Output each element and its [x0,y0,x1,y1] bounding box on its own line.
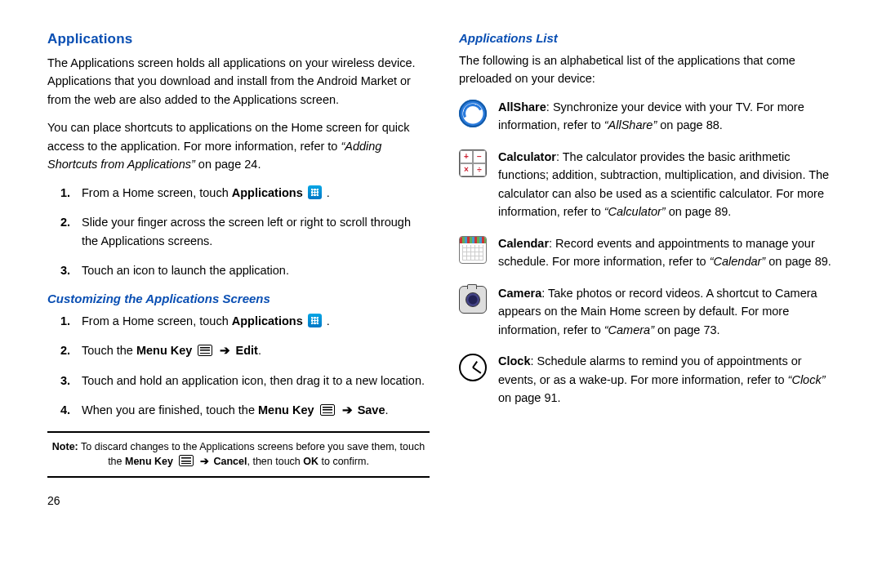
app-text: AllShare: Synchronize your device with y… [498,98,841,135]
note-text-h: to confirm. [318,456,369,467]
cust-step-1-a: From a Home screen, touch [82,314,232,327]
app-text-b: on page 91. [498,391,561,404]
note-cancel: Cancel [213,456,247,467]
subheading-customizing: Customizing the Applications Screens [47,292,430,305]
arrow-icon: ➔ [200,456,209,467]
menu-key-icon [320,404,335,416]
step-3: Touch an icon to launch the application. [82,261,430,279]
app-name: AllShare [498,100,546,114]
app-text-a: : Schedule alarms to remind you of appoi… [498,354,802,385]
cust-step-4-save: Save [358,403,385,416]
app-ref: “Camera” [604,323,654,336]
app-ref: “Clock” [788,373,826,386]
app-row-camera: Camera: Take photos or record videos. A … [459,284,841,339]
steps-list-2: From a Home screen, touch Applications .… [47,312,430,420]
app-text: Clock: Schedule alarms to remind you of … [498,352,841,407]
page-number: 26 [47,494,430,507]
intro-paragraph-1: The Applications screen holds all applic… [47,54,430,109]
step-2: Slide your finger across the screen left… [82,213,430,250]
arrow-icon: ➔ [220,344,230,357]
step-1: From a Home screen, touch Applications . [82,184,430,202]
app-text: Calendar: Record events and appointments… [498,234,841,271]
app-row-allshare: AllShare: Synchronize your device with y… [459,98,841,135]
applist-intro: The following is an alphabetical list of… [459,51,841,88]
app-name: Calendar [498,237,549,250]
step-1-text-a: From a Home screen, touch [82,186,232,199]
para2-text-b: on page 24. [195,158,261,171]
menu-key-icon [179,455,194,466]
app-text-b: on page 89. [666,205,732,218]
calendar-icon [459,236,487,264]
page-container: Applications The Applications screen hol… [0,0,882,507]
intro-paragraph-2: You can place shortcuts to applications … [47,118,430,173]
applications-icon [308,185,322,199]
heading-applications: Applications [47,31,430,47]
cust-step-2: Touch the Menu Key ➔ Edit. [82,341,430,359]
note-label: Note: [52,441,78,452]
cust-step-1-c: . [323,314,330,327]
app-text: Calculator: The calculator provides the … [498,148,841,221]
cust-step-2-e: . [258,344,261,357]
menu-key-icon [198,345,212,356]
cust-step-4-e: . [385,403,389,416]
app-name: Camera [498,287,541,300]
app-text: Camera: Take photos or record videos. A … [498,284,841,339]
note-menukey: Menu Key [125,456,173,467]
arrow-icon: ➔ [342,403,353,416]
note-ok: OK [303,456,318,467]
app-text-b: on page 89. [765,255,831,268]
allshare-icon [459,100,487,127]
cust-step-1-term: Applications [232,314,303,327]
subheading-applications-list: Applications List [459,31,841,45]
step-1-text-c: . [323,186,330,199]
right-column: Applications List The following is an al… [459,31,841,507]
cust-step-2-a: Touch the [82,344,136,357]
applications-icon [308,314,322,327]
cust-step-4-a: When you are finished, touch the [82,403,258,416]
left-column: Applications The Applications screen hol… [47,31,430,507]
step-1-term: Applications [232,186,303,199]
clock-icon [459,354,487,381]
app-text-b: on page 88. [657,118,723,131]
steps-list-1: From a Home screen, touch Applications .… [47,184,430,280]
app-ref: “AllShare” [604,118,657,131]
note-box: Note: To discard changes to the Applicat… [47,431,430,479]
note-text-f: , then touch [247,456,303,467]
app-row-calculator: +−×÷ Calculator: The calculator provides… [459,148,841,221]
camera-icon [459,286,487,314]
cust-step-3: Touch and hold an application icon, then… [82,372,430,390]
app-ref: “Calculator” [604,205,666,218]
cust-step-2-edit: Edit [236,344,258,357]
app-row-clock: Clock: Schedule alarms to remind you of … [459,352,841,407]
cust-step-2-menukey: Menu Key [136,344,193,357]
cust-step-4-menukey: Menu Key [258,403,314,416]
app-text-b: on page 73. [654,323,720,336]
app-name: Clock [498,354,531,368]
app-name: Calculator [498,150,556,163]
app-row-calendar: Calendar: Record events and appointments… [459,234,841,271]
app-ref: “Calendar” [710,255,766,268]
calculator-icon: +−×÷ [459,149,487,177]
cust-step-1: From a Home screen, touch Applications . [82,312,430,330]
cust-step-4: When you are finished, touch the Menu Ke… [82,401,430,419]
